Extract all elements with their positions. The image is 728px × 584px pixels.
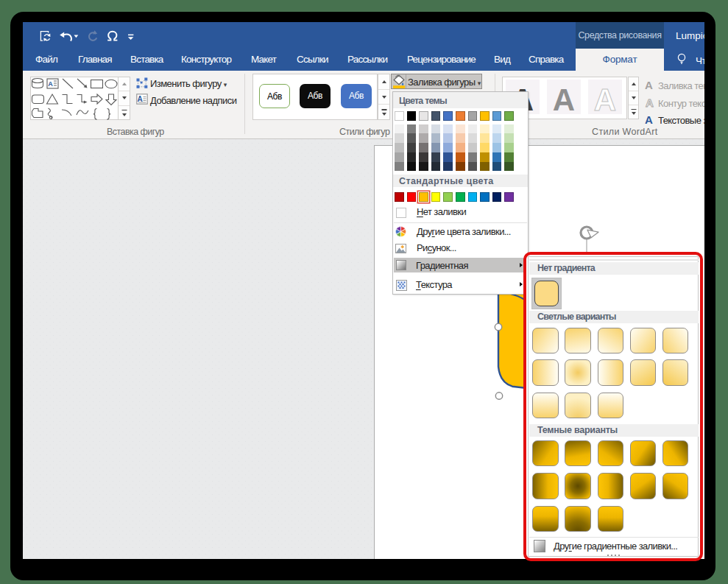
svg-text:Чт: Чт bbox=[696, 55, 704, 66]
svg-text:A: A bbox=[48, 80, 53, 88]
svg-text:A: A bbox=[646, 96, 654, 109]
svg-text:A: A bbox=[137, 95, 142, 103]
svg-text:A: A bbox=[553, 82, 575, 114]
svg-text:A: A bbox=[594, 82, 616, 114]
